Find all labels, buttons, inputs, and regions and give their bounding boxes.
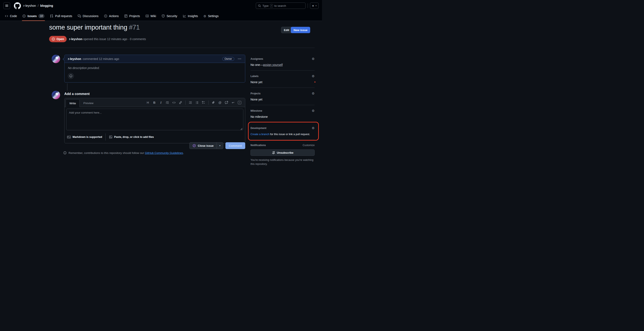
comment-body: No description provided. — [64, 63, 245, 82]
gear-icon[interactable]: ⚙ — [312, 75, 314, 78]
development-heading: Development — [250, 127, 266, 130]
avatar[interactable] — [52, 55, 60, 63]
close-issue-dropdown-button[interactable]: ▾ — [216, 142, 223, 149]
hamburger-menu-button[interactable] — [3, 2, 10, 9]
gear-icon[interactable]: ⚙ — [312, 92, 314, 95]
markdown-supported-note[interactable]: Markdown is supported — [67, 136, 102, 139]
avatar[interactable] — [52, 91, 60, 99]
mention-tool[interactable]: @ — [218, 101, 222, 104]
slash-key-hint: / — [270, 4, 273, 8]
timeline-connector — [67, 83, 68, 91]
code-tool[interactable] — [172, 101, 176, 104]
milestone-heading: Milestone — [250, 109, 262, 112]
gear-icon[interactable]: ⚙ — [312, 126, 314, 130]
search-placeholder-suffix: to search — [274, 4, 286, 8]
comment-author[interactable]: r-leyshon — [68, 57, 81, 61]
paste-drop-note[interactable]: Paste, drop, or click to add files — [109, 135, 154, 139]
kebab-menu-icon[interactable]: ⋯ — [238, 57, 242, 61]
cross-reference-tool[interactable] — [225, 101, 228, 104]
tab-projects[interactable]: Projects — [122, 12, 142, 21]
issue-meta-row: Open r-leyshon opened this issue 12 minu… — [49, 36, 146, 42]
milestone-value: No milestone — [250, 115, 314, 119]
slash-command-tool[interactable]: / — [238, 101, 241, 104]
community-guidelines-link[interactable]: GitHub Community Guidelines — [145, 151, 183, 155]
attach-file-tool[interactable] — [212, 101, 215, 104]
tab-settings[interactable]: ⚙ Settings — [201, 12, 221, 21]
gear-icon[interactable]: ⚙ — [312, 57, 314, 60]
unordered-list-tool[interactable] — [195, 101, 199, 104]
tab-wiki[interactable]: Wiki — [143, 12, 158, 21]
assign-yourself-link[interactable]: assign yourself — [263, 63, 282, 67]
book-icon — [146, 14, 149, 18]
composer-body — [64, 107, 245, 133]
comment-header: r-leyshon commented 12 minutes ago Owner… — [64, 55, 245, 63]
tab-label: Security — [166, 14, 177, 18]
add-reaction-button[interactable] — [68, 73, 74, 79]
issues-count-badge: 10 — [38, 14, 44, 18]
issue-author[interactable]: r-leyshon — [69, 37, 82, 41]
breadcrumb-repo[interactable]: blogging — [40, 4, 53, 8]
tab-discussions[interactable]: Discussions — [75, 12, 101, 21]
create-branch-link[interactable]: Create a branch — [250, 133, 270, 136]
development-section: Development ⚙ Create a branch for this i… — [250, 126, 314, 140]
tab-label: Wiki — [150, 14, 156, 18]
tab-issues[interactable]: Issues 10 — [20, 12, 47, 21]
tab-preview[interactable]: Preview — [80, 99, 97, 107]
close-issue-group: Close issue ▾ — [189, 142, 223, 149]
footer-divider — [106, 133, 106, 141]
issue-opened-icon — [22, 14, 26, 18]
tab-security[interactable]: Security — [159, 12, 180, 21]
composer-tab-strip: Write Preview H B I — [64, 98, 245, 107]
ordered-list-tool[interactable] — [189, 101, 192, 104]
notifications-note: You're receiving notifications because y… — [250, 158, 314, 166]
italic-tool[interactable]: I — [159, 101, 162, 105]
new-issue-button[interactable]: New issue — [291, 27, 310, 33]
composer-footer: Markdown is supported Paste, drop, or cl… — [64, 133, 245, 143]
tab-code[interactable]: Code — [2, 12, 19, 21]
heading-tool[interactable]: H — [146, 101, 150, 104]
tab-actions[interactable]: Actions — [102, 12, 121, 21]
notifications-section: Notifications Customize Unsubscribe You'… — [250, 144, 314, 166]
comment-input[interactable] — [66, 109, 243, 130]
toolbar-divider — [185, 101, 186, 105]
bold-tool[interactable]: B — [153, 101, 156, 104]
chevron-down-icon: ▾ — [219, 145, 220, 147]
search-input[interactable]: Type / to search — [256, 3, 306, 9]
breadcrumb-owner[interactable]: r-leyshon — [24, 4, 36, 8]
edit-button[interactable]: Edit — [281, 27, 292, 33]
quote-tool[interactable] — [166, 101, 169, 104]
github-logo-icon[interactable] — [14, 2, 21, 9]
link-tool[interactable] — [179, 101, 182, 104]
github-issue-page: r-leyshon / blogging Type / to search + … — [0, 0, 322, 166]
issue-opened-icon — [52, 37, 55, 41]
labels-value: None yet — [250, 80, 314, 84]
customize-link[interactable]: Customize — [302, 144, 314, 147]
unsubscribe-button[interactable]: Unsubscribe — [250, 149, 314, 156]
issue-state-badge: Open — [49, 36, 67, 42]
owner-badge: Owner — [222, 57, 234, 61]
tab-pull-requests[interactable]: Pull requests — [48, 12, 74, 21]
projects-table-icon — [124, 14, 128, 18]
breadcrumb-separator: / — [38, 4, 38, 8]
tab-write[interactable]: Write — [66, 99, 80, 107]
markdown-toolbar: H B I — [146, 99, 243, 106]
close-issue-button[interactable]: Close issue — [189, 142, 217, 149]
tab-insights[interactable]: Insights — [180, 12, 200, 21]
comment-submit-button[interactable]: Comment — [226, 142, 245, 149]
chevron-down-icon: ▾ — [316, 5, 316, 7]
search-placeholder-prefix: Type — [262, 4, 269, 8]
create-new-button[interactable]: + ▾ — [310, 3, 319, 9]
gear-icon: ⚙ — [204, 15, 206, 18]
notifications-heading: Notifications — [250, 144, 266, 147]
task-list-tool[interactable] — [202, 101, 205, 104]
issue-state-label: Open — [56, 37, 64, 41]
comments-count: 0 comments — [130, 37, 146, 41]
gear-icon[interactable]: ⚙ — [312, 109, 314, 112]
header-divider-line — [52, 48, 314, 48]
issue-meta-text: r-leyshon opened this issue 12 minutes a… — [69, 37, 146, 41]
issue-closed-icon — [192, 144, 196, 147]
labels-heading: Labels — [250, 75, 258, 78]
guideline-text: Remember, contributions to this reposito… — [68, 151, 144, 155]
development-text: for this issue or link a pull request. — [270, 133, 310, 136]
reply-tool[interactable]: ↩ — [231, 101, 235, 104]
